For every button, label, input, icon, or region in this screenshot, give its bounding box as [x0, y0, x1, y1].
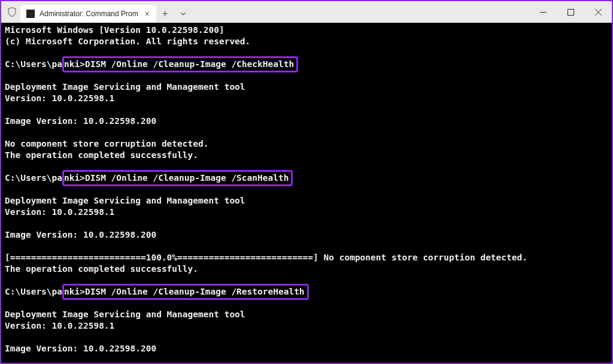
tab-strip: Administrator: Command Prom × +: [20, 1, 192, 23]
app-window: Administrator: Command Prom × + Microsof…: [0, 0, 613, 364]
titlebar[interactable]: Administrator: Command Prom × +: [1, 1, 612, 23]
terminal-output: Microsoft Windows [Version 10.0.22598.20…: [5, 25, 608, 363]
window-controls: [529, 1, 612, 23]
svg-rect-1: [568, 9, 573, 15]
close-window-button[interactable]: [584, 1, 612, 23]
maximize-button[interactable]: [557, 1, 584, 23]
new-tab-button[interactable]: +: [156, 5, 174, 23]
shield-icon: [6, 6, 18, 18]
close-tab-button[interactable]: ×: [143, 10, 151, 18]
tab-dropdown-button[interactable]: [174, 5, 192, 23]
tab-active[interactable]: Administrator: Command Prom ×: [20, 5, 156, 23]
tab-title: Administrator: Command Prom: [40, 10, 138, 18]
terminal-area[interactable]: Microsoft Windows [Version 10.0.22598.20…: [1, 23, 612, 363]
minimize-button[interactable]: [529, 1, 557, 23]
cmd-icon: [26, 10, 35, 18]
